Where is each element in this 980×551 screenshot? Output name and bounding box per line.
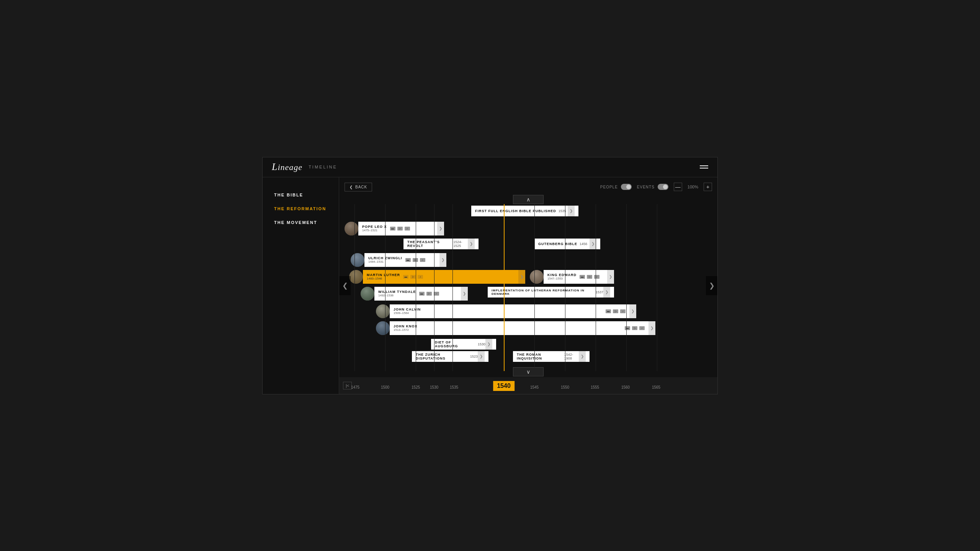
events-label: EVENTS	[637, 185, 655, 189]
video-icon: ▷	[613, 309, 618, 313]
event-diet-augsburg[interactable]: DIET OF AUGSBURG 1530 ❯	[431, 339, 496, 350]
ruler-year-1500: 1500	[381, 385, 389, 389]
person-bar-john-calvin: JOHN CALVIN 1509–1564 ▬ ▷ ♪	[390, 304, 629, 318]
nav-up-button[interactable]	[513, 195, 544, 204]
person-bar-william-tyndale: WILLIAM TYNDALE 1492–1536 ▬ ▷ ♪	[374, 287, 461, 301]
audio-icon: ♪	[420, 258, 425, 262]
video-icon: ▷	[413, 258, 418, 262]
zoom-level: 100%	[688, 185, 698, 189]
event-arrow: ❯	[579, 351, 586, 362]
grid-line-1535	[452, 204, 453, 371]
events-toggle[interactable]	[658, 184, 668, 190]
avatar-pope-leo-x	[345, 222, 358, 235]
book-icon: ▬	[419, 292, 425, 296]
app-window: Lineage TIMELINE THE BIBLE THE REFORMATI…	[262, 157, 718, 394]
book-icon: ▬	[390, 227, 395, 231]
person-king-edward[interactable]: KING EDWARD 1547–1553 ▬ ▷ ♪ ❯	[530, 270, 614, 284]
event-arrow: ❯	[603, 287, 610, 298]
event-peasants-revolt[interactable]: THE PEASANT'S REVOLT 1524-1525 ❯	[403, 239, 479, 249]
people-label: PEOPLE	[600, 185, 618, 189]
people-toggle-group: PEOPLE	[600, 184, 632, 190]
zoom-in-button[interactable]: +	[704, 183, 712, 191]
ruler-year-1475: 1475	[351, 385, 359, 389]
person-more-arrow[interactable]: ❯	[648, 321, 655, 335]
person-more-arrow[interactable]: ❯	[439, 253, 446, 267]
person-ulrich-zwingli[interactable]: ULRICH ZWINGLI 1484–1531 ▬ ▷ ♪ ❯	[351, 253, 446, 267]
ruler-year-1560: 1560	[621, 385, 630, 389]
grid-line-1525	[416, 204, 416, 371]
person-william-tyndale[interactable]: WILLIAM TYNDALE 1492–1536 ▬ ▷ ♪ ❯	[361, 287, 468, 301]
book-icon: ▬	[606, 309, 611, 313]
book-icon: ▬	[403, 275, 408, 279]
grid-line-1500	[385, 204, 385, 371]
person-bar-ulrich-zwingli: ULRICH ZWINGLI 1484–1531 ▬ ▷ ♪	[364, 253, 439, 267]
controls-right: PEOPLE EVENTS — 100% +	[600, 183, 712, 191]
avatar-ulrich-zwingli	[351, 253, 364, 267]
video-icon: ▷	[587, 275, 592, 279]
person-john-calvin[interactable]: JOHN CALVIN 1509–1564 ▬ ▷ ♪ ❯	[376, 304, 636, 318]
event-gutenberg-bible[interactable]: GUTENBERG BIBLE 1456 ❯	[534, 239, 600, 249]
events-toggle-group: EVENTS	[637, 184, 668, 190]
person-more-arrow[interactable]: ❯	[518, 270, 525, 284]
audio-icon: ♪	[594, 275, 599, 279]
sidebar-item-bible[interactable]: THE BIBLE	[274, 193, 327, 197]
person-bar-martin-luther: MARTIN LUTHER 1483–1546 ▬ ▷ ♪	[363, 270, 518, 284]
person-more-arrow[interactable]: ❯	[629, 304, 636, 318]
ruler-year-1545: 1545	[530, 385, 539, 389]
person-more-arrow[interactable]: ❯	[437, 222, 444, 235]
ruler-year-1565: 1565	[652, 385, 660, 389]
event-lutheran-denmark[interactable]: IMPLEMENTATION OF LUTHERAN REFORMATION I…	[488, 287, 614, 298]
audio-icon: ♪	[418, 275, 423, 279]
audio-icon: ♪	[405, 227, 410, 231]
ruler-start-button[interactable]: |<	[343, 382, 352, 389]
people-toggle[interactable]	[621, 184, 632, 190]
person-more-arrow[interactable]: ❯	[607, 270, 614, 284]
grid-line-1555	[596, 204, 596, 371]
person-bar-pope-leo-x: POPE LEO X 1475–1521 ▬ ▷ ♪	[358, 222, 437, 235]
sidebar: THE BIBLE THE REFORMATION THE MOVEMENT	[263, 177, 339, 394]
video-icon: ▷	[410, 275, 416, 279]
sidebar-item-reformation[interactable]: THE REFORMATION	[274, 206, 327, 211]
avatar-william-tyndale	[361, 287, 374, 301]
ruler-year-1525: 1525	[412, 385, 420, 389]
timeline-area: ❮ BACK PEOPLE EVENTS — 100% +	[339, 177, 717, 394]
person-martin-luther[interactable]: MARTIN LUTHER 1483–1546 ▬ ▷ ♪ ❯	[349, 270, 525, 284]
grid-line-1545	[534, 204, 535, 371]
avatar-martin-luther	[349, 270, 363, 284]
back-button[interactable]: ❮ BACK	[345, 183, 372, 191]
event-roman-inquisition[interactable]: THE ROMAN INQUISITION 1542-1908 ❯	[513, 351, 590, 362]
timeline-ruler: |< 1475 1500 1525 1530 1535 1540 1545 15…	[339, 377, 717, 394]
event-arrow: ❯	[478, 351, 485, 362]
video-icon: ▷	[632, 326, 637, 330]
nav-right-button[interactable]: ❯	[706, 276, 717, 295]
ruler-year-1540: 1540	[493, 381, 514, 391]
person-more-arrow[interactable]: ❯	[461, 287, 468, 301]
timeline-content: FIRST FULL ENGLISH BIBLE PUBLISHED 1535 …	[339, 204, 717, 371]
person-john-knox[interactable]: JOHN KNOX 1513–1572 ▬ ▷ ♪ ❯	[376, 321, 655, 335]
logo: Lineage	[272, 161, 302, 173]
video-icon: ▷	[397, 227, 403, 231]
ruler-year-1535: 1535	[450, 385, 458, 389]
current-year-line	[504, 204, 505, 371]
grid-line-1475	[354, 204, 355, 371]
video-icon: ▷	[426, 292, 432, 296]
grid-line-1550	[565, 204, 565, 371]
event-arrow: ❯	[568, 206, 575, 216]
zoom-out-button[interactable]: —	[674, 183, 682, 191]
person-bar-king-edward: KING EDWARD 1547–1553 ▬ ▷ ♪	[544, 270, 607, 284]
hamburger-menu[interactable]	[700, 165, 708, 168]
avatar-king-edward	[530, 270, 544, 284]
event-first-english-bible[interactable]: FIRST FULL ENGLISH BIBLE PUBLISHED 1535 …	[471, 206, 578, 216]
event-zurich-disputations[interactable]: THE ZURICH DISPUTATIONS 1523 ❯	[412, 351, 488, 362]
header-title: TIMELINE	[309, 165, 337, 169]
nav-down-button[interactable]	[513, 367, 544, 376]
main-content: THE BIBLE THE REFORMATION THE MOVEMENT ❮…	[263, 177, 717, 394]
grid-line-1530	[434, 204, 434, 371]
nav-left-button[interactable]: ❮	[339, 276, 351, 295]
audio-icon: ♪	[620, 309, 626, 313]
event-arrow: ❯	[485, 339, 492, 350]
sidebar-item-movement[interactable]: THE MOVEMENT	[274, 220, 327, 225]
person-pope-leo-x[interactable]: POPE LEO X 1475–1521 ▬ ▷ ♪ ❯	[345, 222, 444, 235]
grid-line-1565	[657, 204, 657, 371]
ruler-ticks: |< 1475 1500 1525 1530 1535 1540 1545 15…	[339, 377, 717, 394]
